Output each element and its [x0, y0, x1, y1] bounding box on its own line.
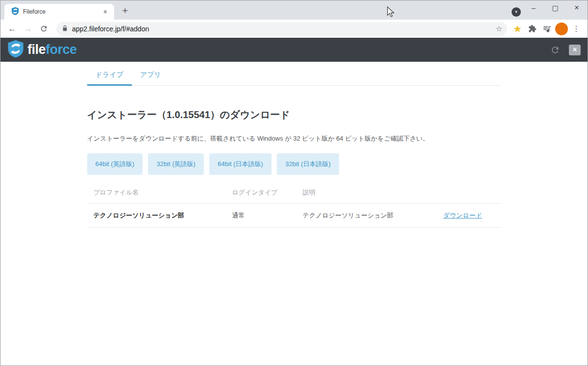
page-title: インストーラー（1.0.15541）のダウンロード [87, 108, 501, 122]
reload-button[interactable] [37, 22, 50, 36]
mouse-cursor [387, 6, 395, 20]
cell-login-type: 通常 [226, 204, 296, 228]
page-content: ドライブ アプリ インストーラー（1.0.15541）のダウンロード インストー… [0, 62, 588, 366]
three-dots-icon: ⋮ [572, 24, 580, 33]
panel-close-button[interactable]: × [569, 45, 581, 55]
header-login-type: ログインタイプ [226, 183, 296, 204]
cell-profile-name: テクノロジーソリューション部 [87, 204, 226, 228]
bookmark-star-icon[interactable]: ☆ [496, 24, 502, 33]
table-header-row: プロファイル名 ログインタイプ 説明 [87, 183, 501, 204]
tab-search-button[interactable]: ▼ [512, 7, 521, 17]
tab-title: Fileforce [23, 8, 101, 15]
favicon-shield-icon [11, 7, 19, 17]
logo-force-text: force [46, 42, 77, 57]
lock-icon [62, 24, 68, 33]
header-profile-name: プロファイル名 [87, 183, 226, 204]
address-bar[interactable]: app2.fileforce.jp/f/#addon ☆ [56, 22, 507, 36]
new-tab-button[interactable]: ＋ [119, 5, 131, 17]
download-button-32bit-en[interactable]: 32bit (英語版) [148, 153, 203, 175]
url-text[interactable]: app2.fileforce.jp/f/#addon [72, 25, 496, 33]
extension-star-icon[interactable]: ★ [510, 22, 525, 36]
extensions-puzzle-icon[interactable] [525, 22, 539, 36]
browser-tab-fileforce[interactable]: Fileforce × [4, 4, 114, 20]
browser-toolbar: ← → app2.fileforce.jp/f/#addon ☆ ★ [0, 20, 588, 38]
download-link[interactable]: ダウンロード [443, 212, 483, 219]
profiles-table: プロファイル名 ログインタイプ 説明 テクノロジーソリューション部 通常 テクノ… [87, 183, 501, 228]
logo-file-text: file [27, 42, 46, 57]
refresh-button[interactable] [550, 45, 560, 55]
tab-close-icon[interactable]: × [101, 7, 109, 16]
playlist-music-icon[interactable] [539, 22, 554, 36]
fileforce-shield-icon [7, 40, 24, 60]
star-icon: ★ [514, 24, 521, 34]
header-actions [437, 183, 501, 204]
cell-description: テクノロジーソリューション部 [296, 204, 437, 228]
forward-button[interactable]: → [21, 22, 35, 36]
chevron-down-icon: ▼ [514, 10, 518, 14]
browser-menu-button[interactable]: ⋮ [569, 22, 584, 36]
browser-tabstrip: Fileforce × ＋ ▼ – ▢ × [0, 0, 588, 20]
browser-window: Fileforce × ＋ ▼ – ▢ × ← → [0, 0, 588, 366]
download-buttons-row: 64bit (英語版) 32bit (英語版) 64bit (日本語版) 32b… [87, 153, 501, 175]
tab-drive[interactable]: ドライブ [87, 66, 132, 86]
table-row: テクノロジーソリューション部 通常 テクノロジーソリューション部 ダウンロード [87, 204, 501, 228]
logo-wordmark: fileforce [27, 42, 77, 57]
fileforce-logo[interactable]: fileforce [7, 40, 77, 60]
page-description: インストーラーをダウンロードする前に、搭載されている Windows が 32 … [87, 134, 501, 143]
header-description: 説明 [296, 183, 437, 204]
nav-tabs: ドライブ アプリ [87, 62, 501, 86]
back-button[interactable]: ← [5, 22, 19, 36]
window-controls: – ▢ × [523, 0, 588, 20]
download-button-64bit-en[interactable]: 64bit (英語版) [87, 153, 143, 175]
maximize-button[interactable]: ▢ [544, 0, 566, 15]
window-close-button[interactable]: × [566, 0, 588, 15]
minimize-button[interactable]: – [523, 0, 544, 15]
avatar [555, 23, 568, 35]
download-button-64bit-ja[interactable]: 64bit (日本語版) [209, 153, 271, 175]
app-header: fileforce × [0, 38, 588, 62]
download-button-32bit-ja[interactable]: 32bit (日本語版) [277, 153, 339, 175]
tab-apps[interactable]: アプリ [132, 66, 170, 86]
profile-avatar[interactable] [554, 22, 569, 36]
